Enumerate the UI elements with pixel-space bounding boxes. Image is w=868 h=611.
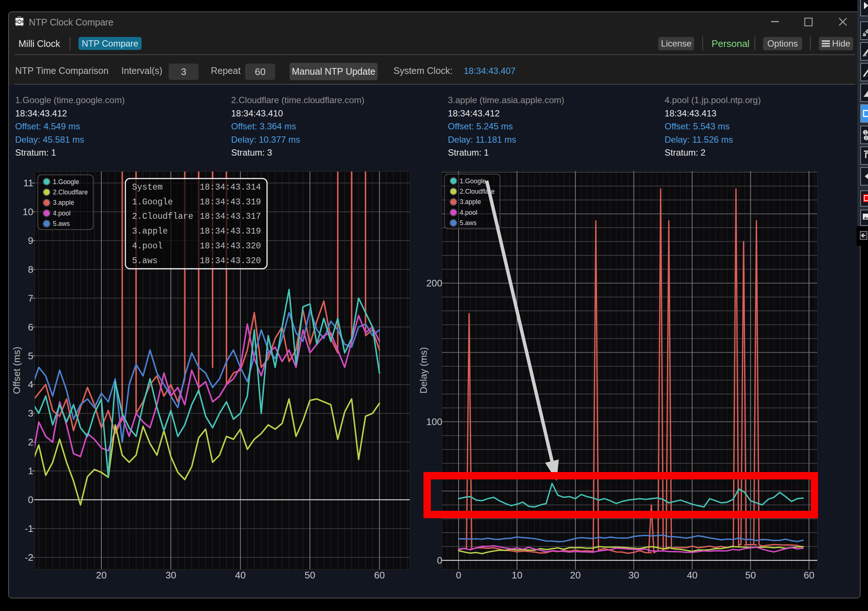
svg-text:20: 20 (96, 569, 107, 581)
svg-text:3.apple: 3.apple (132, 227, 168, 236)
svg-text:20: 20 (570, 569, 581, 581)
svg-text:60: 60 (804, 569, 814, 581)
svg-text:100: 100 (426, 416, 442, 427)
svg-text:2.Cloudflare: 2.Cloudflare (132, 212, 194, 221)
svg-text:System: System (132, 183, 163, 192)
svg-text:2: 2 (865, 136, 867, 140)
svg-text:18:34:43.320: 18:34:43.320 (200, 256, 261, 266)
svg-text:5.aws: 5.aws (132, 256, 158, 266)
svg-text:1.Google: 1.Google (460, 178, 486, 185)
svg-text:50: 50 (305, 569, 315, 581)
svg-text:4.pool: 4.pool (53, 210, 71, 217)
svg-text:40: 40 (235, 569, 246, 581)
svg-text:10: 10 (23, 206, 33, 217)
svg-text:11: 11 (23, 178, 33, 189)
svg-text:5.aws: 5.aws (53, 220, 70, 227)
svg-text:10: 10 (512, 569, 522, 581)
svg-text:30: 30 (166, 569, 177, 581)
svg-text:3.apple: 3.apple (460, 198, 481, 206)
svg-text:5.aws: 5.aws (460, 219, 477, 227)
svg-text:4.pool: 4.pool (460, 209, 477, 216)
svg-text:4.pool: 4.pool (132, 241, 163, 251)
svg-text:200: 200 (426, 278, 442, 289)
svg-text:1.Google: 1.Google (53, 178, 79, 186)
svg-text:18:34:43.314: 18:34:43.314 (200, 183, 261, 192)
svg-text:40: 40 (687, 569, 698, 581)
svg-text:18:34:43.319: 18:34:43.319 (200, 227, 261, 236)
svg-text:50: 50 (745, 569, 756, 581)
svg-text:1: 1 (864, 130, 866, 135)
svg-text:0: 0 (456, 569, 461, 581)
svg-text:30: 30 (628, 569, 639, 581)
svg-text:3.apple: 3.apple (53, 199, 74, 206)
svg-text:2.Cloudflare: 2.Cloudflare (53, 189, 88, 196)
svg-text:18:34:43.320: 18:34:43.320 (200, 241, 261, 251)
svg-text:1.Google: 1.Google (132, 197, 173, 207)
svg-text:Offset (ms): Offset (ms) (11, 347, 22, 394)
svg-text:Delay (ms): Delay (ms) (418, 347, 429, 394)
svg-text:60: 60 (374, 569, 385, 581)
svg-text:18:34:43.317: 18:34:43.317 (200, 212, 261, 221)
svg-text:18:34:43.319: 18:34:43.319 (200, 197, 261, 207)
